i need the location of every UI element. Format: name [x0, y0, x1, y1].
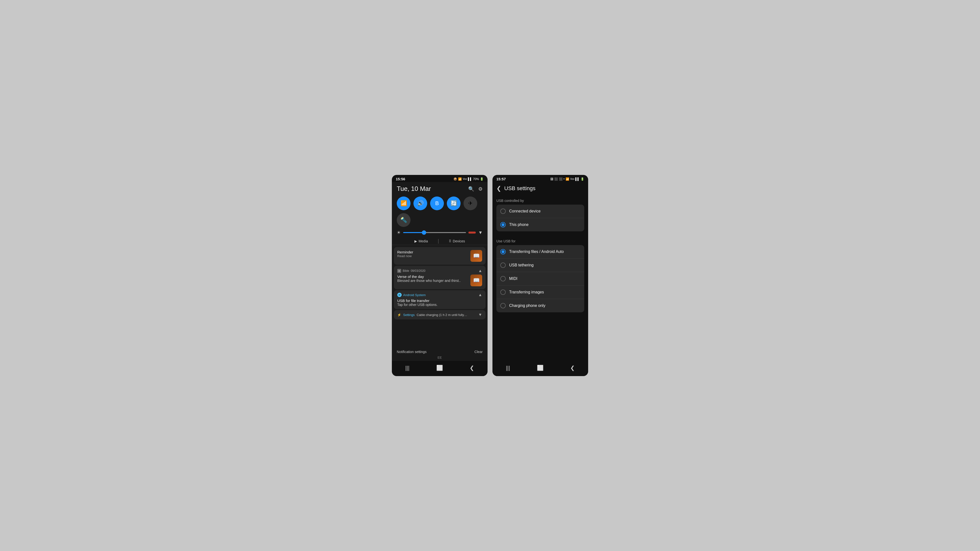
right-wifi-icon: 📶 — [566, 177, 569, 181]
home-icon: ⬜ — [436, 365, 443, 371]
devices-icon: ⠿ — [449, 239, 451, 243]
bluetooth-toggle-icon: B — [435, 200, 439, 206]
use-usb-for-group: Transferring files / Android Auto USB te… — [496, 245, 584, 312]
charge-text: Cable charging (1 h 2 m until fully… — [417, 313, 467, 317]
brightness-slider[interactable] — [403, 232, 466, 233]
usb-controlled-by-label: USB controlled by — [496, 196, 584, 205]
notification-panel: Tue, 10 Mar 🔍 ⚙ 📶 🔊 B 🔄 — [392, 182, 488, 361]
charging-phone-only-radio — [500, 303, 506, 308]
reminder-notification[interactable]: Reminder Read now 📖 — [394, 247, 485, 265]
left-status-bar: 15:56 📦 📶 Voo ▌▌ 70% 🔋 — [392, 175, 488, 182]
play-icon: ▶ — [414, 239, 417, 243]
android-system-header: ⟳ Android System ▲ — [397, 293, 482, 297]
android-system-name: Android System — [403, 293, 426, 297]
notification-settings-button[interactable]: Notification settings — [397, 350, 426, 354]
torch-toggle-icon: 🔦 — [401, 217, 407, 223]
transferring-files-option[interactable]: Transferring files / Android Auto — [496, 245, 584, 258]
charging-chevron-icon[interactable]: ▼ — [478, 313, 482, 317]
sound-toggle[interactable]: 🔊 — [414, 197, 427, 210]
bible-notification[interactable]: B Bible 09/03/2020 ▲ Verse of the day Bl… — [394, 266, 485, 289]
bible-app-info: B Bible 09/03/2020 — [397, 269, 425, 273]
bible-title: Verse of the day — [397, 275, 461, 279]
charging-phone-only-option[interactable]: Charging phone only — [496, 299, 584, 312]
transferring-images-radio — [500, 289, 506, 295]
usb-back-button[interactable]: ❮ — [496, 185, 501, 192]
notification-cards: Reminder Read now 📖 B Bible 09/03/2020 — [392, 246, 488, 347]
wifi-toggle[interactable]: 📶 — [397, 197, 410, 210]
connected-device-option[interactable]: Connected device — [496, 205, 584, 218]
notif-date: Tue, 10 Mar — [397, 185, 431, 192]
usb-controlled-by-group: Connected device This phone — [496, 205, 584, 231]
home-button[interactable]: ⬜ — [431, 364, 448, 372]
midi-option[interactable]: MIDI — [496, 272, 584, 285]
android-system-chevron-icon[interactable]: ▲ — [478, 293, 482, 297]
devices-button[interactable]: ⠿ Devices — [449, 238, 465, 244]
right-status-icons: 🖼 ⬛ ⬛ • 📶 Voo ▌▌ 🔋 — [550, 177, 584, 181]
recent-apps-icon: ||| — [405, 365, 409, 371]
right-phone: 15:57 🖼 ⬛ ⬛ • 📶 Voo ▌▌ 🔋 ❮ USB settings — [492, 175, 588, 376]
airplane-toggle[interactable]: ✈ — [463, 197, 477, 210]
sync-toggle-icon: 🔄 — [450, 200, 457, 206]
right-back-button[interactable]: ❮ — [565, 364, 579, 372]
this-phone-label: This phone — [509, 222, 528, 227]
usb-header: ❮ USB settings — [492, 182, 588, 196]
transferring-files-radio — [500, 249, 506, 254]
usb-content: USB controlled by Connected device This … — [492, 196, 588, 361]
sync-toggle[interactable]: 🔄 — [447, 197, 461, 210]
battery-level: 70% — [473, 177, 479, 181]
connected-device-label: Connected device — [509, 209, 541, 213]
media-status-icon: ⬛ — [554, 177, 558, 181]
reminder-title: Reminder — [397, 250, 413, 254]
bluetooth-toggle[interactable]: B — [430, 197, 444, 210]
wifi-toggle-icon: 📶 — [401, 200, 407, 206]
media-devices-row: ▶ Media | ⠿ Devices — [392, 236, 488, 245]
phones-wrapper: 15:56 📦 📶 Voo ▌▌ 70% 🔋 Tue, 10 Mar 🔍 ⚙ — [392, 175, 588, 376]
left-status-icons: 📦 📶 Voo ▌▌ 70% 🔋 — [453, 177, 484, 181]
brightness-chevron-icon[interactable]: ▼ — [478, 230, 483, 235]
charging-phone-only-label: Charging phone only — [509, 303, 546, 308]
right-recent-apps-button[interactable]: ||| — [501, 364, 515, 372]
settings-icon[interactable]: ⚙ — [478, 186, 483, 192]
usb-title: USB for file transfer — [397, 299, 482, 303]
signal-icon: ▌▌ — [468, 177, 472, 181]
right-signal-icon: ▌▌ — [575, 177, 579, 181]
transferring-files-label: Transferring files / Android Auto — [509, 249, 564, 254]
right-battery-icon: 🔋 — [581, 177, 584, 181]
this-phone-option[interactable]: This phone — [496, 218, 584, 231]
reminder-text-area: Reminder Read now — [397, 250, 413, 258]
left-phone: 15:56 📦 📶 Voo ▌▌ 70% 🔋 Tue, 10 Mar 🔍 ⚙ — [392, 175, 488, 376]
notif-header-icons: 🔍 ⚙ — [468, 186, 483, 192]
this-phone-radio — [500, 222, 506, 227]
right-home-button[interactable]: ⬜ — [532, 364, 549, 372]
back-icon: ❮ — [469, 365, 474, 371]
usb-tethering-radio — [500, 262, 506, 268]
clear-button[interactable]: Clear — [474, 350, 483, 354]
search-icon[interactable]: 🔍 — [468, 186, 474, 192]
use-usb-for-label: Use USB for — [496, 236, 584, 245]
midi-radio — [500, 276, 506, 281]
right-carrier: Voo — [570, 178, 574, 180]
bible-body: Verse of the day Blessed are those who h… — [397, 275, 482, 286]
carrier-status: Voo — [463, 178, 467, 180]
right-time: 15:57 — [496, 177, 506, 181]
left-time: 15:56 — [396, 177, 405, 181]
back-button[interactable]: ❮ — [465, 364, 479, 372]
recent-apps-button[interactable]: ||| — [401, 364, 414, 372]
transferring-images-option[interactable]: Transferring images — [496, 285, 584, 299]
bible-text-area: Verse of the day Blessed are those who h… — [397, 275, 461, 283]
torch-toggle[interactable]: 🔦 — [397, 213, 410, 227]
devices-label: Devices — [453, 239, 465, 243]
brightness-icon: ☀ — [397, 230, 401, 235]
reminder-thumb: 📖 — [470, 250, 482, 262]
usb-tethering-option[interactable]: USB tethering — [496, 258, 584, 272]
transferring-images-label: Transferring images — [509, 290, 544, 294]
lightning-icon: ⚡ — [397, 313, 401, 317]
bible-chevron-icon[interactable]: ▲ — [478, 268, 482, 273]
media-button[interactable]: ▶ Media — [414, 238, 428, 244]
charging-notification[interactable]: ⚡ Settings Cable charging (1 h 2 m until… — [394, 310, 485, 319]
android-system-notification[interactable]: ⟳ Android System ▲ USB for file transfer… — [394, 290, 485, 309]
media2-status-icon: ⬛ — [559, 177, 563, 181]
bible-thumb: 📖 — [470, 275, 482, 286]
battery-icon: 🔋 — [480, 177, 484, 181]
usb-tethering-label: USB tethering — [509, 263, 534, 267]
